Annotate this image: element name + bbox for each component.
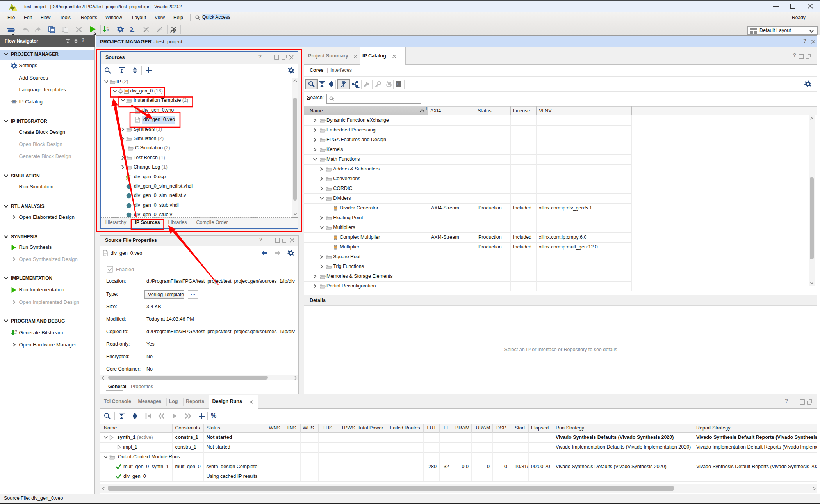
svg-text:10: 10 [107,29,109,32]
svg-text:10: 10 [14,333,17,335]
svg-text:01: 01 [107,26,109,29]
svg-text:i: i [397,82,398,86]
svg-text:$: $ [173,30,175,33]
svg-text:01: 01 [14,330,17,332]
